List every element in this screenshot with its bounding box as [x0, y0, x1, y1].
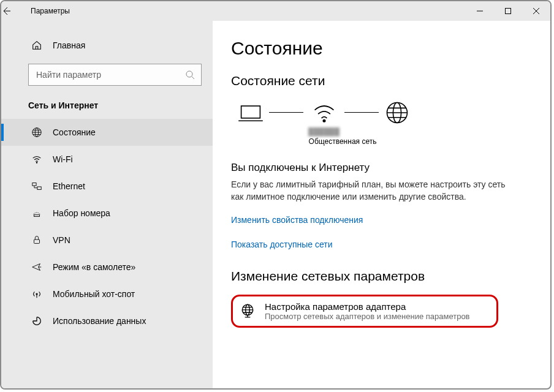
svg-rect-8: [34, 239, 40, 243]
globe-icon: [31, 127, 43, 138]
wifi-device-icon: ██████: [308, 99, 340, 135]
window-title: Параметры: [31, 7, 70, 15]
home-label: Главная: [53, 40, 85, 50]
sidebar: Главная Сеть и Интернет Состояние: [1, 21, 213, 388]
home-icon: [31, 40, 43, 51]
svg-point-4: [36, 162, 37, 163]
connected-heading: Вы подключены к Интернету: [231, 162, 536, 174]
dialup-icon: [31, 208, 43, 219]
data-usage-icon: [31, 315, 43, 326]
search-icon: [185, 70, 195, 80]
svg-rect-10: [241, 106, 260, 118]
page-title: Состояние: [231, 38, 536, 59]
sidebar-item-data-usage[interactable]: Использование данных: [1, 307, 213, 334]
sidebar-item-label: Ethernet: [53, 181, 85, 191]
status-heading: Состояние сети: [231, 74, 536, 88]
category-header: Сеть и Интернет: [1, 97, 213, 119]
home-link[interactable]: Главная: [1, 34, 213, 56]
adapter-settings-row[interactable]: Настройка параметров адаптера Просмотр с…: [231, 295, 498, 328]
search-input[interactable]: [35, 69, 185, 80]
minimize-button[interactable]: [466, 1, 494, 21]
svg-point-1: [186, 71, 192, 77]
titlebar: Параметры: [1, 1, 550, 21]
sidebar-item-status[interactable]: Состояние: [1, 119, 213, 146]
airplane-icon: [31, 262, 43, 273]
svg-rect-0: [506, 9, 511, 14]
internet-globe-icon: [384, 99, 411, 135]
ethernet-icon: [31, 181, 43, 192]
adapter-settings-title: Настройка параметров адаптера: [265, 301, 470, 312]
maximize-button[interactable]: [494, 1, 522, 21]
wifi-icon: [31, 154, 43, 165]
sidebar-item-vpn[interactable]: VPN: [1, 227, 213, 254]
adapter-icon: [239, 303, 256, 318]
adapter-settings-desc: Просмотр сетевых адаптеров и изменение п…: [265, 312, 470, 321]
sidebar-item-label: VPN: [53, 235, 70, 245]
sidebar-item-hotspot[interactable]: Мобильный хот-спот: [1, 281, 213, 307]
hotspot-icon: [31, 288, 43, 300]
connector-line: [269, 112, 303, 113]
back-button[interactable]: [1, 6, 31, 16]
sidebar-item-label: Состояние: [53, 127, 96, 137]
main-content: Состояние Состояние сети ██████: [213, 21, 550, 388]
sidebar-item-label: Мобильный хот-спот: [53, 289, 135, 299]
sidebar-item-label: Набор номера: [53, 208, 110, 218]
sidebar-item-label: Режим «в самолете»: [53, 262, 135, 272]
network-diagram: ██████: [235, 99, 536, 135]
connected-description: Если у вас лимитный тарифный план, вы мо…: [231, 179, 513, 203]
sidebar-item-ethernet[interactable]: Ethernet: [1, 173, 213, 200]
network-name: ██████: [308, 127, 340, 135]
change-settings-heading: Изменение сетевых параметров: [231, 269, 536, 284]
svg-point-9: [36, 293, 37, 295]
change-connection-properties-link[interactable]: Изменить свойства подключения: [231, 215, 536, 225]
sidebar-item-airplane[interactable]: Режим «в самолете»: [1, 254, 213, 281]
connector-line: [344, 112, 379, 113]
close-button[interactable]: [522, 1, 550, 21]
network-type-label: Общественная сеть: [306, 137, 379, 146]
sidebar-item-dialup[interactable]: Набор номера: [1, 200, 213, 227]
search-box[interactable]: [28, 64, 202, 86]
sidebar-item-label: Wi-Fi: [53, 154, 73, 164]
svg-rect-5: [32, 183, 36, 186]
settings-window: Параметры Главная: [0, 0, 552, 390]
svg-point-11: [323, 120, 325, 122]
svg-rect-7: [34, 215, 40, 217]
show-available-networks-link[interactable]: Показать доступные сети: [231, 239, 536, 249]
sidebar-item-wifi[interactable]: Wi-Fi: [1, 146, 213, 173]
sidebar-item-label: Использование данных: [53, 316, 146, 326]
device-icon: [237, 99, 264, 135]
svg-rect-6: [37, 187, 41, 190]
vpn-icon: [31, 235, 43, 246]
